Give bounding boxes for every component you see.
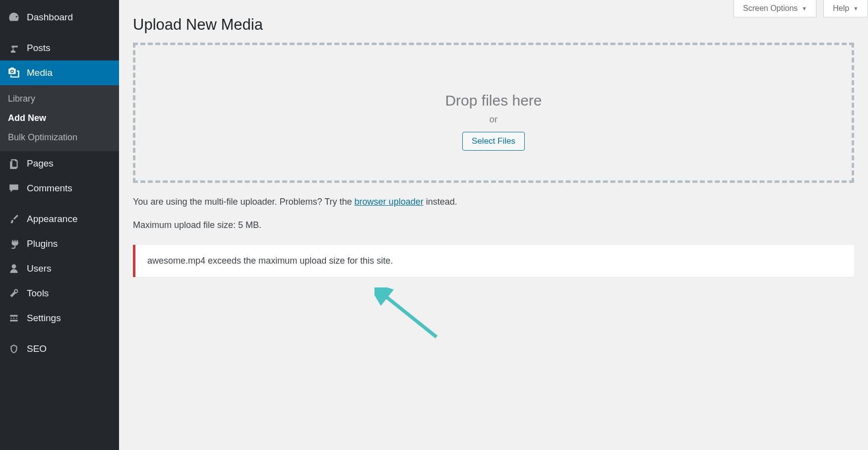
screen-options-tab[interactable]: Screen Options ▼ <box>734 0 816 17</box>
info-suffix: instead. <box>424 197 457 207</box>
chevron-down-icon: ▼ <box>802 5 807 11</box>
sidebar-item-label: Dashboard <box>27 12 73 23</box>
main-content: Screen Options ▼ Help ▼ Upload New Media… <box>119 0 868 450</box>
sidebar-item-comments[interactable]: Comments <box>0 176 119 201</box>
top-tabs: Screen Options ▼ Help ▼ <box>734 0 868 17</box>
select-files-button[interactable]: Select Files <box>462 132 525 151</box>
wrench-icon <box>7 287 21 299</box>
browser-uploader-link[interactable]: browser uploader <box>355 197 424 207</box>
sidebar-item-label: Users <box>27 263 52 274</box>
user-icon <box>7 263 21 275</box>
sidebar-item-settings[interactable]: Settings <box>0 306 119 331</box>
sidebar-item-label: Pages <box>27 158 54 169</box>
sidebar-item-users[interactable]: Users <box>0 256 119 281</box>
sidebar-item-label: Tools <box>27 288 49 299</box>
max-upload-size: Maximum upload file size: 5 MB. <box>133 219 854 232</box>
dashboard-icon <box>7 11 21 23</box>
sidebar-item-label: Media <box>27 67 53 78</box>
submenu-item-library[interactable]: Library <box>0 89 119 109</box>
sidebar-item-label: Posts <box>27 43 51 54</box>
svg-line-1 <box>382 293 436 337</box>
media-submenu: Library Add New Bulk Optimization <box>0 85 119 151</box>
sidebar-item-dashboard[interactable]: Dashboard <box>0 5 119 30</box>
pin-icon <box>7 42 21 54</box>
plugin-icon <box>7 238 21 250</box>
sidebar-item-plugins[interactable]: Plugins <box>0 231 119 256</box>
sidebar-item-media[interactable]: Media <box>0 60 119 85</box>
sidebar-item-label: Plugins <box>27 238 58 249</box>
seo-icon <box>7 343 21 355</box>
settings-icon <box>7 312 21 324</box>
sidebar-item-tools[interactable]: Tools <box>0 281 119 306</box>
sidebar-item-pages[interactable]: Pages <box>0 151 119 176</box>
sidebar-item-label: Appearance <box>27 214 77 225</box>
submenu-item-add-new[interactable]: Add New <box>0 109 119 128</box>
uploader-info-text: You are using the multi-file uploader. P… <box>133 195 854 209</box>
sidebar-item-label: SEO <box>27 343 47 354</box>
sidebar-item-label: Settings <box>27 313 61 324</box>
sidebar-item-posts[interactable]: Posts <box>0 36 119 60</box>
help-label: Help <box>833 4 849 13</box>
brush-icon <box>7 213 21 225</box>
or-text: or <box>145 114 842 125</box>
sidebar-item-label: Comments <box>27 183 72 194</box>
sidebar-item-appearance[interactable]: Appearance <box>0 207 119 231</box>
drop-files-text: Drop files here <box>145 92 842 109</box>
sidebar-item-seo[interactable]: SEO <box>0 337 119 361</box>
pages-icon <box>7 158 21 169</box>
media-icon <box>7 67 21 79</box>
info-prefix: You are using the multi-file uploader. P… <box>133 197 355 207</box>
admin-sidebar: Dashboard Posts Media Library Add New Bu… <box>0 0 119 450</box>
screen-options-label: Screen Options <box>743 4 798 13</box>
upload-dropzone[interactable]: Drop files here or Select Files <box>133 43 854 183</box>
arrow-annotation <box>374 287 444 347</box>
upload-error-message: awesome.mp4 exceeds the maximum upload s… <box>133 245 854 277</box>
submenu-item-bulk-optimization[interactable]: Bulk Optimization <box>0 128 119 147</box>
help-tab[interactable]: Help ▼ <box>823 0 868 17</box>
chevron-down-icon: ▼ <box>853 5 859 11</box>
comments-icon <box>7 182 21 194</box>
